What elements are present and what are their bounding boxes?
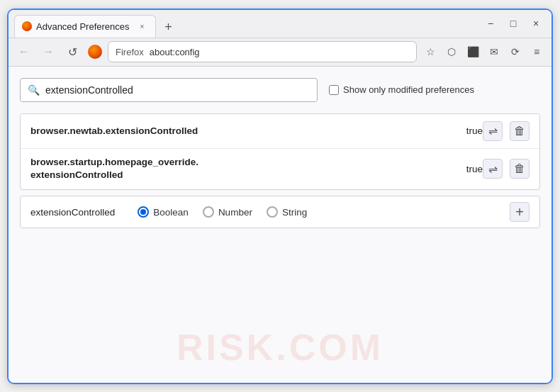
pocket-icon[interactable]: ⬡ bbox=[442, 43, 461, 61]
nav-bar: ← → ↺ Firefox about:config ☆ ⬡ ⬛ ✉ ⟳ ≡ bbox=[9, 38, 551, 67]
address-bar[interactable]: Firefox about:config bbox=[108, 41, 417, 62]
delete-button-1[interactable]: 🗑 bbox=[510, 121, 530, 141]
table-row: browser.newtab.extensionControlled true … bbox=[21, 114, 539, 149]
forward-button[interactable]: → bbox=[38, 42, 58, 62]
window-controls: − □ × bbox=[481, 13, 546, 33]
sync-icon[interactable]: ⟳ bbox=[506, 43, 525, 61]
url-display: about:config bbox=[150, 47, 200, 57]
pref-name-2: browser.startup.homepage_override. exten… bbox=[30, 156, 455, 183]
reset-button-1[interactable]: ⇌ bbox=[483, 121, 503, 141]
reset-button-2[interactable]: ⇌ bbox=[483, 159, 503, 179]
table-row: browser.startup.homepage_override. exten… bbox=[21, 149, 539, 190]
firefox-logo-icon bbox=[88, 45, 102, 59]
search-row: 🔍 Show only modified preferences bbox=[20, 78, 540, 102]
radio-option-string[interactable]: String bbox=[267, 206, 307, 218]
show-modified-label: Show only modified preferences bbox=[343, 84, 474, 95]
search-icon: 🔍 bbox=[28, 84, 40, 96]
addon-icon[interactable]: ⬛ bbox=[464, 43, 482, 61]
modified-preferences-filter[interactable]: Show only modified preferences bbox=[329, 84, 474, 95]
radio-label-string: String bbox=[282, 207, 307, 218]
radio-option-number[interactable]: Number bbox=[203, 206, 252, 218]
radio-circle-boolean bbox=[138, 206, 149, 218]
radio-label-boolean: Boolean bbox=[153, 207, 189, 218]
nav-icons-group: ☆ ⬡ ⬛ ✉ ⟳ ≡ bbox=[421, 43, 546, 61]
radio-label-number: Number bbox=[218, 207, 252, 218]
pref-name-1: browser.newtab.extensionControlled bbox=[30, 125, 455, 136]
type-radio-group: Boolean Number String bbox=[138, 206, 498, 218]
maximize-button[interactable]: □ bbox=[503, 13, 523, 33]
browser-name-label: Firefox bbox=[116, 47, 144, 57]
delete-button-2[interactable]: 🗑 bbox=[510, 159, 530, 179]
show-modified-checkbox[interactable] bbox=[329, 85, 339, 95]
browser-window: Advanced Preferences × + − □ × ← → ↺ Fir… bbox=[7, 9, 553, 384]
tab-favicon bbox=[22, 21, 32, 31]
back-button[interactable]: ← bbox=[14, 42, 34, 62]
close-button[interactable]: × bbox=[526, 13, 546, 33]
row-actions-2: ⇌ 🗑 bbox=[483, 159, 530, 179]
bookmark-icon[interactable]: ☆ bbox=[421, 43, 439, 61]
radio-dot-boolean bbox=[140, 209, 146, 215]
minimize-button[interactable]: − bbox=[481, 13, 500, 33]
add-preference-button[interactable]: + bbox=[510, 202, 530, 222]
radio-option-boolean[interactable]: Boolean bbox=[138, 206, 189, 218]
title-bar: Advanced Preferences × + − □ × bbox=[9, 10, 551, 38]
tab-area: Advanced Preferences × + bbox=[14, 10, 481, 38]
row-actions-1: ⇌ 🗑 bbox=[483, 121, 530, 141]
tab-close-button[interactable]: × bbox=[137, 21, 148, 32]
new-tab-button[interactable]: + bbox=[159, 18, 179, 38]
tab-label: Advanced Preferences bbox=[36, 21, 130, 32]
results-table: browser.newtab.extensionControlled true … bbox=[20, 113, 540, 191]
radio-circle-number bbox=[203, 206, 214, 218]
reload-button[interactable]: ↺ bbox=[62, 42, 82, 62]
mail-icon[interactable]: ✉ bbox=[485, 43, 503, 61]
active-tab[interactable]: Advanced Preferences × bbox=[14, 15, 156, 38]
pref-value-1: true bbox=[455, 125, 483, 136]
radio-circle-string bbox=[267, 206, 278, 218]
add-preference-row: extensionControlled Boolean Number Strin… bbox=[20, 196, 540, 228]
search-input[interactable] bbox=[45, 84, 310, 96]
watermark: RISK.COM bbox=[177, 326, 383, 369]
search-box[interactable]: 🔍 bbox=[20, 78, 318, 102]
new-pref-name: extensionControlled bbox=[30, 207, 115, 218]
content-area: 🔍 Show only modified preferences browser… bbox=[9, 67, 551, 383]
menu-icon[interactable]: ≡ bbox=[527, 43, 546, 61]
pref-value-2: true bbox=[455, 164, 483, 174]
